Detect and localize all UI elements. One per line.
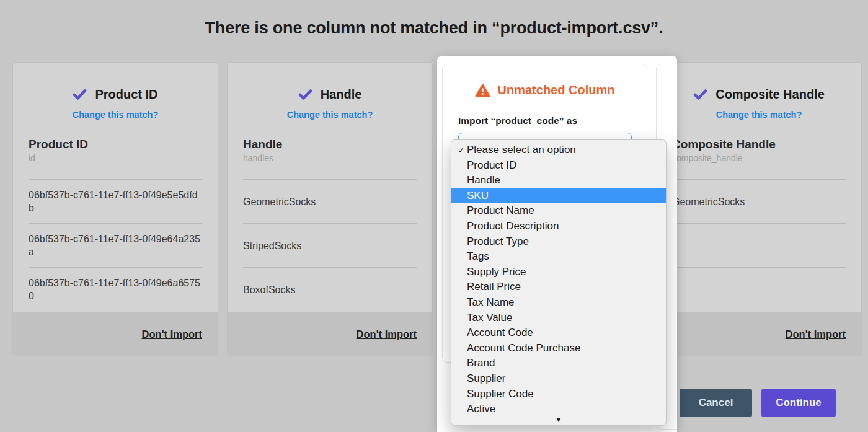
field-key: composite_handle [672,153,846,163]
unmatched-title: Unmatched Column [498,83,615,97]
dropdown-option[interactable]: Tax Name [451,295,666,311]
warning-icon [475,84,490,97]
match-heading: Product ID [13,87,218,102]
dropdown-option[interactable]: Brand [451,356,666,371]
scroll-down-indicator[interactable]: ▼ [451,416,666,423]
sample-value: StripedSocks [243,223,417,267]
dropdown-option[interactable]: Product Name [451,203,666,219]
sample-value: 06bf537b-c761-11e7-ff13-0f49e6a65750 [29,267,202,311]
dropdown-option[interactable]: Product ID [451,158,666,174]
sample-values: GeometricSocks StripedSocks BoxofSocks [243,179,417,311]
dropdown-option[interactable]: ✓ Please select an option [451,143,666,158]
sample-value: 06bf537b-c761-11e7-ff13-0f49e64a235a [29,223,202,267]
check-glyph: ✓ [456,143,467,158]
dropdown-option[interactable]: Account Code Purchase [451,341,666,356]
sample-values: GeometricSocks [672,179,846,311]
card-footer: Don't Import [13,312,218,356]
column-card-product-id: Product ID Change this match? Product ID… [12,62,218,356]
sample-value [672,223,846,267]
unmatched-heading: Unmatched Column [443,83,647,97]
match-title: Handle [321,87,362,102]
sample-value: BoxofSocks [243,267,417,311]
dropdown-option[interactable]: Handle [451,173,666,188]
select-dropdown: ✓ Please select an option Product ID Han… [451,139,666,426]
dropdown-option[interactable]: Retail Price [451,280,666,295]
check-icon [298,89,312,100]
sample-values: 06bf537b-c761-11e7-ff13-0f49e5e5dfdb 06b… [29,179,202,311]
dropdown-option-highlighted[interactable]: SKU [451,188,666,204]
dropdown-option[interactable]: Supply Price [451,265,666,280]
sample-value [672,267,846,311]
field-label: Handle [243,138,417,151]
match-title: Composite Handle [715,87,825,102]
sample-value: 06bf537b-c761-11e7-ff13-0f49e5e5dfdb [29,179,202,223]
dropdown-option[interactable]: Active [451,402,666,417]
field-label: Composite Handle [672,138,846,151]
check-icon [73,89,87,100]
import-as-label: Import “product_code” as [458,115,647,126]
field-label: Product ID [29,138,202,151]
change-match-link[interactable]: Change this match? [228,110,432,120]
change-match-link[interactable]: Change this match? [657,110,861,120]
cancel-button[interactable]: Cancel [680,389,752,417]
dropdown-option[interactable]: Account Code [451,325,666,341]
dont-import-link[interactable]: Don't Import [356,328,417,340]
dropdown-option[interactable]: Product Type [451,234,666,250]
check-icon [693,89,707,100]
sample-value: GeometricSocks [243,179,417,223]
field-block: Product ID id [29,138,202,163]
change-match-link[interactable]: Change this match? [13,110,218,120]
dropdown-option[interactable]: Supplier Code [451,387,666,402]
column-card-composite-handle: Composite Handle Change this match? Comp… [656,62,862,356]
dont-import-link[interactable]: Don't Import [786,328,846,340]
sample-value: GeometricSocks [672,179,846,223]
match-title: Product ID [95,87,157,102]
card-footer: Don't Import [657,312,861,356]
dropdown-option[interactable]: Product Description [451,219,666,234]
dont-import-link[interactable]: Don't Import [142,328,202,340]
dropdown-option[interactable]: Tags [451,249,666,265]
field-block: Handle handles [243,138,417,163]
dropdown-option[interactable]: Tax Value [451,311,666,326]
field-key: handles [243,153,417,163]
continue-button[interactable]: Continue [761,389,836,417]
field-block: Composite Handle composite_handle [672,138,846,163]
page-title: There is one column not matched in “prod… [0,19,868,38]
column-card-handle: Handle Change this match? Handle handles… [227,62,433,356]
match-heading: Composite Handle [657,87,861,102]
match-heading: Handle [228,87,432,102]
field-key: id [29,153,202,163]
card-footer: Don't Import [228,312,432,356]
dropdown-option[interactable]: Supplier [451,371,666,387]
